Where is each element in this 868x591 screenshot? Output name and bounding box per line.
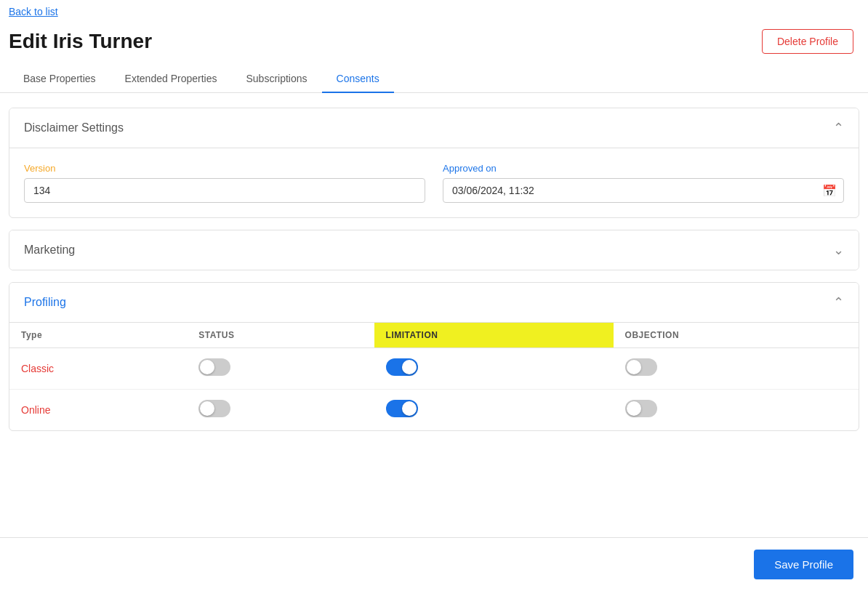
marketing-chevron-icon: ⌄ [833,242,844,258]
row-classic-type: Classic [9,348,187,390]
version-field-group: Version [24,163,425,203]
save-profile-button[interactable]: Save Profile [754,550,853,579]
tab-consents[interactable]: Consents [322,65,394,93]
row-online-status[interactable] [187,390,374,431]
online-objection-toggle[interactable] [625,400,657,417]
classic-status-thumb [200,360,214,374]
disclaimer-section: Disclaimer Settings ⌃ Version Approved o… [9,108,859,218]
classic-objection-thumb [627,360,641,374]
row-online-type: Online [9,390,187,431]
online-limitation-toggle[interactable] [386,400,418,417]
profiling-section: Profiling ⌃ Type STATUS LIMITATION OBJEC… [9,282,859,431]
profiling-section-title: Profiling [24,296,66,309]
table-header-row: Type STATUS LIMITATION OBJECTION [9,323,859,348]
online-status-toggle[interactable] [198,400,230,417]
classic-limitation-track[interactable] [386,358,418,376]
col-status: STATUS [187,323,374,348]
classic-limitation-thumb [402,360,417,374]
online-limitation-thumb [402,401,417,416]
online-limitation-track[interactable] [386,400,418,417]
col-type: Type [9,323,187,348]
approved-on-input-wrapper: 📅 [443,178,844,203]
online-objection-track[interactable] [625,400,657,417]
approved-on-input[interactable] [443,178,844,203]
profiling-section-body: Type STATUS LIMITATION OBJECTION Classic [9,322,859,430]
approved-on-label: Approved on [443,163,844,174]
marketing-section-header[interactable]: Marketing ⌄ [9,230,859,270]
row-classic-status[interactable] [187,348,374,390]
disclaimer-section-title: Disclaimer Settings [24,121,124,134]
online-objection-thumb [627,401,641,416]
tab-subscriptions[interactable]: Subscriptions [231,65,321,93]
version-input[interactable] [24,178,425,203]
disclaimer-section-header[interactable]: Disclaimer Settings ⌃ [9,108,859,148]
online-status-track[interactable] [198,400,230,417]
tabs-container: Base Properties Extended Properties Subs… [0,65,868,93]
row-online-objection[interactable] [614,390,859,431]
profiling-table: Type STATUS LIMITATION OBJECTION Classic [9,323,859,430]
classic-limitation-toggle[interactable] [386,358,418,376]
version-label: Version [24,163,425,174]
back-to-list-link[interactable]: Back to list [0,0,67,23]
table-row: Classic [9,348,859,390]
disclaimer-section-body: Version Approved on 📅 [9,148,859,217]
page-title: Edit Iris Turner [9,30,152,53]
content-area: Disclaimer Settings ⌃ Version Approved o… [0,93,868,457]
marketing-section: Marketing ⌄ [9,230,859,270]
page-header: Edit Iris Turner Delete Profile [0,23,868,65]
profiling-section-header[interactable]: Profiling ⌃ [9,283,859,322]
profiling-chevron-icon: ⌃ [833,294,844,310]
row-online-limitation[interactable] [374,390,614,431]
classic-objection-track[interactable] [625,358,657,376]
table-row: Online [9,390,859,431]
delete-profile-button[interactable]: Delete Profile [762,29,853,54]
col-objection: OBJECTION [614,323,859,348]
row-classic-limitation[interactable] [374,348,614,390]
col-limitation: LIMITATION [374,323,614,348]
tab-base-properties[interactable]: Base Properties [9,65,110,93]
page-footer: Save Profile [0,537,868,591]
disclaimer-form-row: Version Approved on 📅 [24,163,844,203]
approved-on-field-group: Approved on 📅 [443,163,844,203]
marketing-section-title: Marketing [24,244,75,257]
classic-objection-toggle[interactable] [625,358,657,376]
row-classic-objection[interactable] [614,348,859,390]
disclaimer-chevron-icon: ⌃ [833,120,844,136]
tab-extended-properties[interactable]: Extended Properties [110,65,232,93]
classic-status-toggle[interactable] [198,358,230,376]
classic-status-track[interactable] [198,358,230,376]
online-status-thumb [200,401,214,416]
